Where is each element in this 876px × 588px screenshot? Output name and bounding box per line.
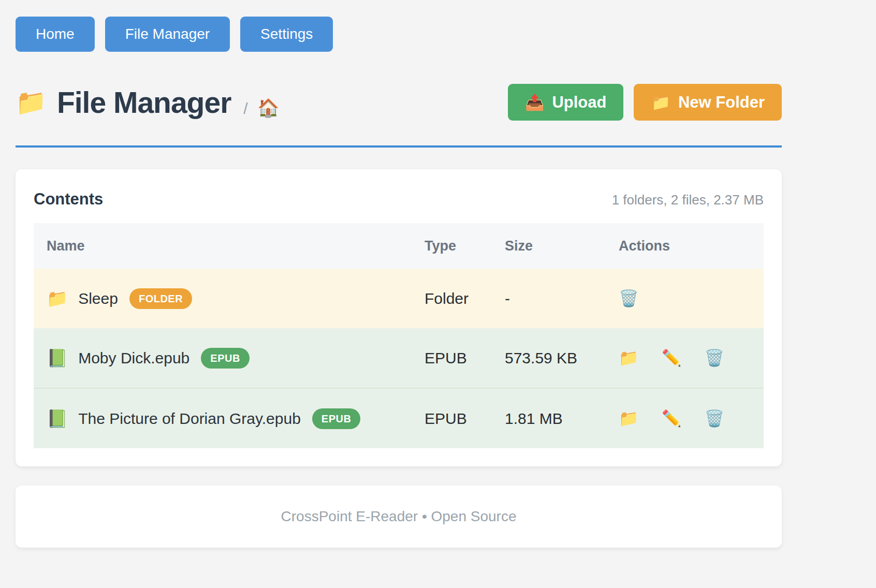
item-type: EPUB	[412, 328, 492, 388]
contents-card: Contents 1 folders, 2 files, 2.37 MB Nam…	[16, 169, 782, 466]
rename-pencil-icon[interactable]: ✏️	[662, 348, 682, 368]
page-title: 📁 File Manager / 🏠	[16, 85, 279, 120]
new-folder-icon: 📁	[651, 93, 670, 111]
item-size: 573.59 KB	[492, 328, 606, 388]
header-divider	[16, 145, 782, 148]
page-container: Home File Manager Settings 📁 File Manage…	[16, 0, 782, 548]
item-type: EPUB	[412, 388, 492, 448]
contents-title: Contents	[34, 190, 103, 209]
folder-icon: 📁	[16, 87, 47, 117]
delete-icon[interactable]: 🗑️	[704, 348, 724, 368]
delete-icon[interactable]: 🗑️	[619, 289, 639, 308]
breadcrumb: / 🏠	[243, 97, 279, 118]
column-header-actions: Actions	[606, 223, 764, 269]
breadcrumb-separator: /	[243, 100, 247, 117]
top-nav: Home File Manager Settings	[16, 0, 782, 52]
item-type: Folder	[412, 269, 492, 328]
epub-badge: EPUB	[312, 408, 361, 429]
folder-badge: FOLDER	[129, 288, 192, 309]
book-icon: 📗	[47, 348, 68, 368]
header-actions: 📤 Upload 📁 New Folder	[508, 84, 782, 121]
move-to-folder-icon[interactable]: 📁	[619, 409, 639, 428]
upload-button[interactable]: 📤 Upload	[508, 84, 624, 121]
page-title-text: File Manager	[57, 85, 231, 120]
nav-settings-button[interactable]: Settings	[240, 17, 333, 52]
item-size: 1.81 MB	[492, 388, 606, 448]
folder-icon: 📁	[47, 288, 68, 308]
new-folder-button-label: New Folder	[678, 93, 765, 112]
move-to-folder-icon[interactable]: 📁	[619, 348, 639, 368]
home-icon[interactable]: 🏠	[257, 98, 279, 117]
book-icon: 📗	[47, 408, 68, 429]
file-table: Name Type Size Actions 📁 Sleep FOLDER	[34, 223, 764, 448]
upload-tray-icon: 📤	[525, 93, 544, 111]
column-header-type: Type	[412, 223, 492, 269]
page-header: 📁 File Manager / 🏠 📤 Upload 📁 New Folder	[16, 84, 782, 121]
table-row: 📗 Moby Dick.epub EPUB EPUB 573.59 KB 📁 ✏…	[34, 328, 764, 388]
contents-summary: 1 folders, 2 files, 2.37 MB	[612, 192, 764, 208]
item-name-link[interactable]: The Picture of Dorian Gray.epub	[78, 410, 301, 428]
item-size: -	[492, 269, 606, 328]
column-header-size: Size	[492, 223, 606, 269]
footer-text: CrossPoint E-Reader • Open Source	[281, 508, 517, 525]
footer-card: CrossPoint E-Reader • Open Source	[16, 486, 782, 548]
epub-badge: EPUB	[201, 348, 250, 369]
nav-file-manager-button[interactable]: File Manager	[105, 17, 230, 52]
item-name-link[interactable]: Sleep	[78, 290, 118, 307]
new-folder-button[interactable]: 📁 New Folder	[634, 84, 782, 121]
column-header-name: Name	[34, 223, 412, 269]
nav-home-button[interactable]: Home	[16, 17, 95, 52]
upload-button-label: Upload	[552, 93, 606, 112]
rename-pencil-icon[interactable]: ✏️	[662, 409, 682, 428]
delete-icon[interactable]: 🗑️	[704, 409, 724, 428]
table-row: 📗 The Picture of Dorian Gray.epub EPUB E…	[34, 388, 764, 448]
item-name-link[interactable]: Moby Dick.epub	[78, 349, 189, 367]
contents-header: Contents 1 folders, 2 files, 2.37 MB	[34, 190, 764, 209]
table-row: 📁 Sleep FOLDER Folder - 🗑️	[34, 269, 764, 328]
table-header-row: Name Type Size Actions	[34, 223, 764, 269]
